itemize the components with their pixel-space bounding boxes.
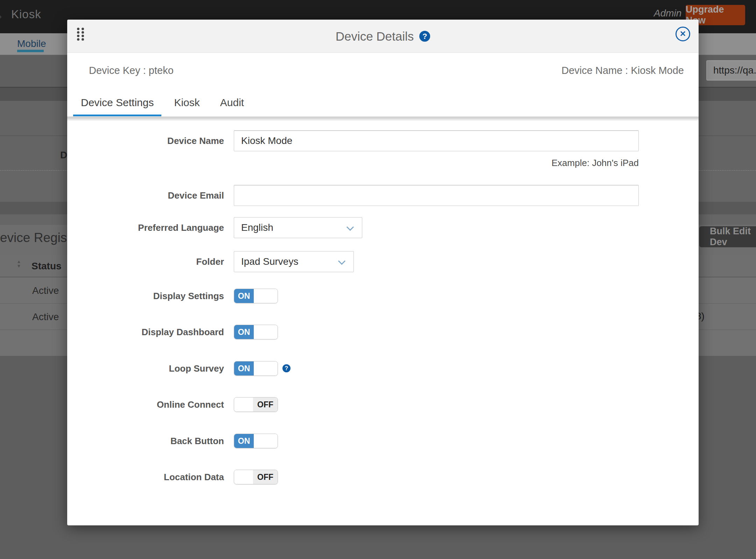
- toggle-state-text: ON: [234, 325, 254, 339]
- sort-arrows-icon[interactable]: ▲▼: [16, 259, 22, 268]
- modal-subheader: Device Key : pteko Device Name : Kiosk M…: [67, 53, 699, 88]
- page-title: Kiosk: [11, 8, 41, 21]
- location-data-label: Location Data: [67, 472, 224, 483]
- display-settings-toggle[interactable]: ON: [234, 289, 278, 303]
- device-email-label: Device Email: [67, 190, 224, 201]
- location-data-toggle[interactable]: OFF: [234, 470, 278, 484]
- modal-header: Device Details ? ✕: [67, 20, 699, 53]
- display-dashboard-toggle[interactable]: ON: [234, 325, 278, 339]
- folder-label: Folder: [67, 256, 224, 267]
- online-connect-label: Online Connect: [67, 399, 224, 410]
- loop-survey-toggle[interactable]: ON: [234, 361, 278, 376]
- device-registrations-heading: evice Registr: [0, 230, 75, 245]
- toggle-track: [234, 470, 253, 484]
- url-input[interactable]: https://qa.: [706, 60, 756, 81]
- display-dashboard-label: Display Dashboard: [67, 327, 224, 338]
- device-key-text: Device Key : pteko: [89, 65, 174, 76]
- status-cell: Active: [32, 285, 59, 296]
- tab-bar-shadow: [67, 117, 699, 121]
- tab-mobile[interactable]: Mobile: [17, 38, 46, 49]
- tab-device-settings[interactable]: Device Settings: [73, 97, 161, 116]
- tab-mobile-underline: [17, 50, 44, 52]
- screen: › Kiosk Admin Upgrade Now Mobile https:/…: [0, 0, 756, 559]
- status-cell: Active: [32, 311, 59, 323]
- chevron-down-icon: [346, 223, 354, 231]
- display-settings-label: Display Settings: [67, 291, 224, 302]
- device-name-text: Device Name : Kiosk Mode: [561, 65, 684, 76]
- toggle-track: [254, 361, 278, 375]
- sort-down-icon: ▼: [17, 263, 21, 269]
- toggle-state-text: OFF: [253, 470, 278, 484]
- chevron-down-icon: [338, 257, 345, 265]
- preferred-language-value: English: [241, 222, 273, 233]
- clipped-label-fragment: D: [60, 150, 67, 161]
- help-icon[interactable]: ?: [419, 31, 430, 42]
- toggle-track: [254, 325, 278, 339]
- toggle-state-text: ON: [234, 434, 254, 448]
- folder-value: Ipad Surveys: [241, 256, 298, 267]
- toggle-state-text: OFF: [253, 398, 278, 412]
- tab-kiosk[interactable]: Kiosk: [166, 97, 207, 116]
- breadcrumb-chevron-icon: ›: [0, 9, 2, 23]
- modal-tab-bar: Device Settings Kiosk Audit: [67, 88, 699, 117]
- preferred-language-label: Preferred Language: [67, 222, 224, 233]
- close-icon[interactable]: ✕: [676, 27, 690, 41]
- admin-label[interactable]: Admin: [654, 8, 681, 19]
- toggle-state-text: ON: [234, 289, 254, 303]
- device-name-input[interactable]: Kiosk Mode: [234, 130, 639, 151]
- bulk-edit-devices-button[interactable]: Bulk Edit Dev: [699, 226, 756, 247]
- modal-title: Device Details: [336, 29, 414, 43]
- toggle-track: [234, 398, 253, 412]
- preferred-language-select[interactable]: English: [234, 217, 362, 238]
- toggle-state-text: ON: [234, 361, 254, 375]
- folder-select[interactable]: Ipad Surveys: [234, 251, 354, 272]
- back-button-label: Back Button: [67, 436, 224, 447]
- toggle-track: [254, 289, 278, 303]
- back-button-toggle[interactable]: ON: [234, 434, 278, 448]
- toggle-track: [254, 434, 278, 448]
- device-name-label: Device Name: [67, 136, 224, 146]
- loop-survey-help-icon[interactable]: ?: [282, 364, 290, 372]
- device-email-input[interactable]: [234, 185, 639, 206]
- device-details-modal: Device Details ? ✕ Device Key : pteko De…: [67, 20, 699, 525]
- device-name-helper-text: Example: John's iPad: [234, 158, 639, 168]
- tab-audit[interactable]: Audit: [212, 97, 252, 116]
- status-column-header[interactable]: Status: [31, 261, 62, 272]
- loop-survey-label: Loop Survey: [67, 363, 224, 374]
- online-connect-toggle[interactable]: OFF: [234, 397, 278, 412]
- modal-body: Device Name Kiosk Mode Example: John's i…: [67, 121, 699, 525]
